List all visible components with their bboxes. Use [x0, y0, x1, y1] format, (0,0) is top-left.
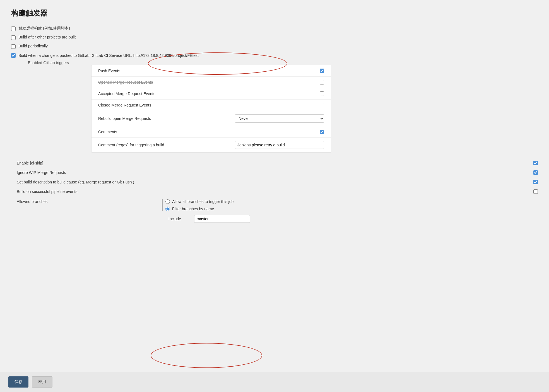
push-events-row: Push Events	[92, 65, 331, 77]
allowed-branches-label: Allowed branches	[17, 199, 162, 204]
comment-regex-input[interactable]: Jenkins please retry a build	[235, 141, 324, 149]
remote-build-row: 触发远程构建 (例如,使用脚本)	[11, 26, 538, 31]
periodically-checkbox[interactable]	[11, 44, 16, 49]
save-button[interactable]: 保存	[8, 376, 28, 388]
remote-build-label: 触发远程构建 (例如,使用脚本)	[18, 26, 70, 31]
rebuild-open-select[interactable]: Never On push to source branch On push t…	[235, 114, 324, 123]
allow-all-radio[interactable]	[165, 199, 170, 204]
opened-merge-checkbox[interactable]	[320, 80, 324, 84]
include-input[interactable]: master	[194, 215, 250, 223]
comments-checkbox[interactable]	[320, 130, 324, 134]
extra-options-section: Enable [ci-skip] Ignore WIP Merge Reques…	[17, 161, 538, 194]
filter-name-radio[interactable]	[165, 207, 170, 211]
rebuild-open-label: Rebuild open Merge Requests	[98, 116, 230, 121]
pipeline-events-checkbox[interactable]	[533, 189, 538, 194]
accepted-merge-label: Accepted Merge Request Events	[98, 91, 315, 96]
accepted-merge-checkbox[interactable]	[320, 91, 324, 96]
after-other-row: Build after other projects are built	[11, 35, 538, 40]
closed-merge-label: Closed Merge Request Events	[98, 103, 315, 107]
push-events-label: Push Events	[98, 69, 315, 73]
build-desc-checkbox[interactable]	[533, 180, 538, 184]
ci-skip-label: Enable [ci-skip]	[17, 161, 531, 165]
allow-all-row: Allow all branches to trigger this job	[165, 199, 250, 204]
page-title: 构建触发器	[11, 8, 538, 18]
wip-merge-row: Ignore WIP Merge Requests	[17, 170, 538, 175]
remote-build-checkbox[interactable]	[11, 26, 16, 31]
after-other-label: Build after other projects are built	[18, 35, 76, 39]
after-other-checkbox[interactable]	[11, 35, 16, 40]
closed-merge-checkbox[interactable]	[320, 103, 324, 107]
gitlab-push-row: Build when a change is pushed to GitLab.…	[11, 53, 538, 58]
build-desc-label: Set build description to build cause (eg…	[17, 180, 531, 184]
gitlab-triggers-table: Push Events Opened Merge Request Events …	[91, 65, 331, 153]
enabled-gitlab-label: Enabled GitLab triggers	[28, 61, 69, 65]
gitlab-triggers-container: Enabled GitLab triggers Push Events Open…	[11, 61, 538, 153]
comments-row: Comments	[92, 126, 331, 138]
filter-name-label: Filter branches by name	[172, 207, 214, 211]
include-label: Include	[168, 217, 191, 221]
comment-regex-label: Comment (regex) for triggering a build	[98, 143, 230, 147]
pipeline-events-label: Build on successful pipeline events	[17, 189, 531, 194]
gitlab-push-label: Build when a change is pushed to GitLab.…	[18, 53, 199, 58]
ci-skip-row: Enable [ci-skip]	[17, 161, 538, 165]
filter-name-row: Filter branches by name	[165, 207, 250, 211]
rebuild-open-row: Rebuild open Merge Requests Never On pus…	[92, 111, 331, 126]
opened-merge-label: Opened Merge Request Events	[98, 80, 315, 84]
periodically-label: Build periodically	[18, 44, 48, 48]
comments-label: Comments	[98, 130, 315, 134]
gitlab-push-checkbox[interactable]	[11, 53, 16, 58]
include-row: Include master	[168, 215, 250, 223]
wip-merge-checkbox[interactable]	[533, 170, 538, 175]
build-desc-row: Set build description to build cause (eg…	[17, 180, 538, 184]
apply-button[interactable]: 应用	[32, 376, 52, 388]
periodically-row: Build periodically	[11, 44, 538, 49]
wip-merge-label: Ignore WIP Merge Requests	[17, 170, 531, 175]
allow-all-label: Allow all branches to trigger this job	[172, 199, 233, 204]
push-events-checkbox[interactable]	[320, 69, 324, 73]
comment-regex-row: Comment (regex) for triggering a build J…	[92, 138, 331, 152]
trigger-checkboxes-section: 触发远程构建 (例如,使用脚本) Build after other proje…	[11, 26, 538, 58]
bottom-bar: 保存 应用	[0, 372, 549, 392]
filter-branches-ellipse-annotation	[151, 343, 262, 368]
opened-merge-row: Opened Merge Request Events	[92, 77, 331, 88]
accepted-merge-row: Accepted Merge Request Events	[92, 88, 331, 100]
branches-radio-group: Allow all branches to trigger this job F…	[162, 199, 250, 211]
allowed-branches-section: Allowed branches Allow all branches to t…	[17, 199, 538, 223]
ci-skip-checkbox[interactable]	[533, 161, 538, 165]
closed-merge-row: Closed Merge Request Events	[92, 100, 331, 111]
pipeline-events-row: Build on successful pipeline events	[17, 189, 538, 194]
page-container: 构建触发器 触发远程构建 (例如,使用脚本) Build after other…	[0, 0, 549, 392]
allowed-branches-options: Allow all branches to trigger this job F…	[162, 199, 250, 223]
